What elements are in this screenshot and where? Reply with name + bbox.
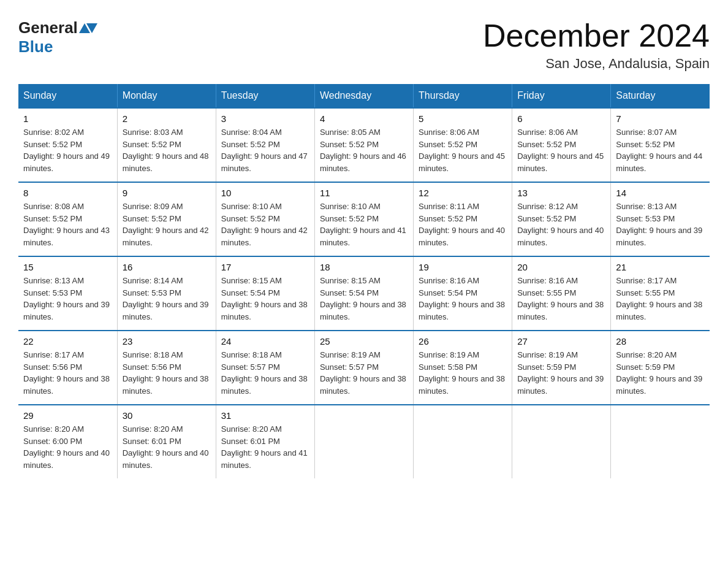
header-friday: Friday (512, 84, 611, 108)
calendar-cell: 9 Sunrise: 8:09 AM Sunset: 5:52 PM Dayli… (117, 182, 216, 256)
sunset-label: Sunset: 5:52 PM (123, 214, 181, 223)
day-number: 3 (221, 113, 309, 124)
day-info: Sunrise: 8:20 AM Sunset: 6:01 PM Dayligh… (221, 423, 309, 471)
day-info: Sunrise: 8:03 AM Sunset: 5:52 PM Dayligh… (123, 126, 211, 174)
daylight-label: Daylight: 9 hours and 39 minutes. (616, 374, 702, 396)
sunrise-label: Sunrise: 8:15 AM (320, 276, 381, 285)
sunrise-label: Sunrise: 8:10 AM (221, 202, 282, 211)
calendar-cell (314, 405, 413, 478)
calendar-cell: 30 Sunrise: 8:20 AM Sunset: 6:01 PM Dayl… (117, 405, 216, 478)
sunset-label: Sunset: 6:00 PM (23, 437, 82, 446)
day-info: Sunrise: 8:10 AM Sunset: 5:52 PM Dayligh… (320, 201, 408, 248)
calendar-cell (512, 405, 611, 478)
day-info: Sunrise: 8:06 AM Sunset: 5:52 PM Dayligh… (419, 126, 507, 174)
day-info: Sunrise: 8:16 AM Sunset: 5:55 PM Dayligh… (517, 275, 605, 323)
day-number: 1 (23, 113, 112, 124)
sunrise-label: Sunrise: 8:17 AM (23, 350, 84, 359)
daylight-label: Daylight: 9 hours and 41 minutes. (221, 448, 308, 470)
day-info: Sunrise: 8:04 AM Sunset: 5:52 PM Dayligh… (221, 126, 309, 174)
daylight-label: Daylight: 9 hours and 38 minutes. (517, 300, 604, 321)
sunset-label: Sunset: 5:59 PM (616, 362, 675, 372)
sunrise-label: Sunrise: 8:05 AM (320, 128, 381, 137)
day-number: 28 (616, 336, 705, 347)
day-info: Sunrise: 8:08 AM Sunset: 5:52 PM Dayligh… (23, 201, 112, 248)
day-info: Sunrise: 8:19 AM Sunset: 5:57 PM Dayligh… (320, 349, 408, 397)
daylight-label: Daylight: 9 hours and 45 minutes. (419, 151, 505, 173)
calendar-cell: 17 Sunrise: 8:15 AM Sunset: 5:54 PM Dayl… (216, 256, 314, 331)
daylight-label: Daylight: 9 hours and 39 minutes. (23, 300, 110, 321)
sunrise-label: Sunrise: 8:19 AM (517, 350, 578, 359)
calendar-cell: 15 Sunrise: 8:13 AM Sunset: 5:53 PM Dayl… (18, 256, 117, 331)
day-number: 14 (616, 188, 705, 198)
day-number: 15 (23, 262, 112, 272)
day-number: 22 (23, 336, 112, 347)
calendar-cell: 8 Sunrise: 8:08 AM Sunset: 5:52 PM Dayli… (18, 182, 117, 256)
calendar-cell: 20 Sunrise: 8:16 AM Sunset: 5:55 PM Dayl… (512, 256, 611, 331)
logo-icon (79, 23, 97, 33)
day-number: 19 (419, 262, 507, 272)
day-number: 31 (221, 410, 309, 421)
daylight-label: Daylight: 9 hours and 45 minutes. (517, 151, 604, 173)
day-number: 6 (517, 113, 605, 124)
day-info: Sunrise: 8:17 AM Sunset: 5:56 PM Dayligh… (23, 349, 112, 397)
day-info: Sunrise: 8:20 AM Sunset: 5:59 PM Dayligh… (616, 349, 705, 397)
header-sunday: Sunday (18, 84, 117, 108)
logo: General Blue (18, 18, 97, 56)
header-wednesday: Wednesday (314, 84, 413, 108)
sunset-label: Sunset: 5:52 PM (517, 214, 576, 223)
day-number: 4 (320, 113, 408, 124)
day-number: 2 (123, 113, 211, 124)
sunrise-label: Sunrise: 8:18 AM (123, 350, 183, 359)
sunset-label: Sunset: 5:52 PM (221, 214, 280, 223)
daylight-label: Daylight: 9 hours and 47 minutes. (221, 151, 308, 173)
calendar-cell: 25 Sunrise: 8:19 AM Sunset: 5:57 PM Dayl… (314, 331, 413, 405)
day-number: 24 (221, 336, 309, 347)
sunset-label: Sunset: 5:55 PM (616, 288, 675, 297)
calendar-cell: 29 Sunrise: 8:20 AM Sunset: 6:00 PM Dayl… (18, 405, 117, 478)
sunrise-label: Sunrise: 8:06 AM (419, 128, 479, 137)
sunset-label: Sunset: 5:52 PM (616, 140, 675, 149)
calendar-table: Sunday Monday Tuesday Wednesday Thursday… (18, 84, 710, 478)
sunrise-label: Sunrise: 8:09 AM (123, 202, 183, 211)
logo-blue-text: Blue (18, 37, 53, 56)
daylight-label: Daylight: 9 hours and 42 minutes. (123, 226, 209, 247)
day-number: 23 (123, 336, 211, 347)
header-tuesday: Tuesday (216, 84, 314, 108)
day-info: Sunrise: 8:13 AM Sunset: 5:53 PM Dayligh… (23, 275, 112, 323)
sunset-label: Sunset: 5:56 PM (123, 362, 181, 372)
day-number: 26 (419, 336, 507, 347)
sunrise-label: Sunrise: 8:19 AM (320, 350, 381, 359)
header-thursday: Thursday (414, 84, 512, 108)
title-section: December 2024 San Jose, Andalusia, Spain (483, 18, 710, 72)
daylight-label: Daylight: 9 hours and 38 minutes. (320, 374, 406, 396)
day-info: Sunrise: 8:15 AM Sunset: 5:54 PM Dayligh… (221, 275, 309, 323)
sunset-label: Sunset: 5:53 PM (123, 288, 181, 297)
sunrise-label: Sunrise: 8:20 AM (616, 350, 677, 359)
sunrise-label: Sunrise: 8:20 AM (221, 424, 282, 434)
daylight-label: Daylight: 9 hours and 40 minutes. (23, 448, 110, 470)
day-info: Sunrise: 8:02 AM Sunset: 5:52 PM Dayligh… (23, 126, 112, 174)
calendar-cell: 24 Sunrise: 8:18 AM Sunset: 5:57 PM Dayl… (216, 331, 314, 405)
calendar-week-row-4: 22 Sunrise: 8:17 AM Sunset: 5:56 PM Dayl… (18, 331, 710, 405)
calendar-cell (611, 405, 710, 478)
day-number: 13 (517, 188, 605, 198)
calendar-cell: 26 Sunrise: 8:19 AM Sunset: 5:58 PM Dayl… (414, 331, 512, 405)
daylight-label: Daylight: 9 hours and 42 minutes. (221, 226, 308, 247)
sunrise-label: Sunrise: 8:19 AM (419, 350, 479, 359)
sunset-label: Sunset: 5:57 PM (221, 362, 280, 372)
sunset-label: Sunset: 5:52 PM (123, 140, 181, 149)
calendar-cell: 2 Sunrise: 8:03 AM Sunset: 5:52 PM Dayli… (117, 108, 216, 182)
calendar-cell: 19 Sunrise: 8:16 AM Sunset: 5:54 PM Dayl… (414, 256, 512, 331)
day-info: Sunrise: 8:20 AM Sunset: 6:00 PM Dayligh… (23, 423, 112, 471)
calendar-cell: 13 Sunrise: 8:12 AM Sunset: 5:52 PM Dayl… (512, 182, 611, 256)
day-info: Sunrise: 8:07 AM Sunset: 5:52 PM Dayligh… (616, 126, 705, 174)
daylight-label: Daylight: 9 hours and 44 minutes. (616, 151, 702, 173)
calendar-cell: 23 Sunrise: 8:18 AM Sunset: 5:56 PM Dayl… (117, 331, 216, 405)
sunset-label: Sunset: 5:52 PM (23, 140, 82, 149)
calendar-cell: 11 Sunrise: 8:10 AM Sunset: 5:52 PM Dayl… (314, 182, 413, 256)
day-number: 27 (517, 336, 605, 347)
sunrise-label: Sunrise: 8:08 AM (23, 202, 84, 211)
day-number: 29 (23, 410, 112, 421)
sunrise-label: Sunrise: 8:13 AM (616, 202, 677, 211)
day-info: Sunrise: 8:12 AM Sunset: 5:52 PM Dayligh… (517, 201, 605, 248)
